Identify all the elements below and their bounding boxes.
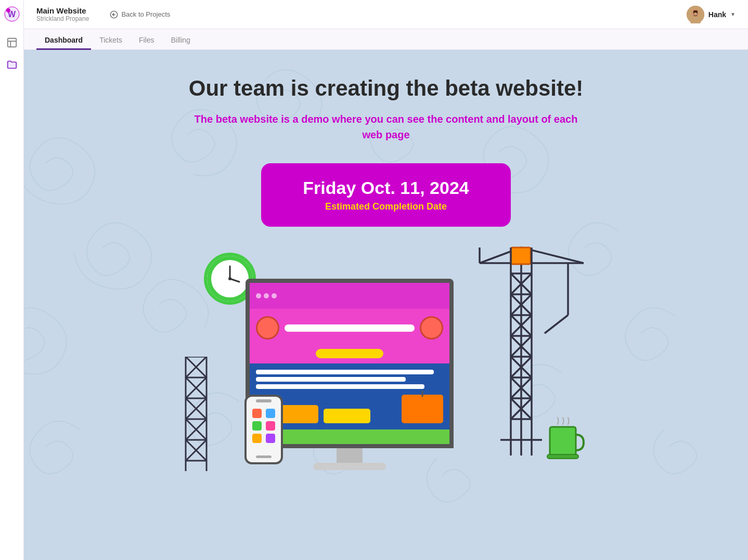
svg-line-76	[545, 315, 568, 333]
svg-rect-10	[697, 14, 698, 15]
svg-rect-37	[252, 409, 262, 418]
date-card: Friday Oct. 11, 2024 Estimated Completio…	[261, 163, 510, 227]
svg-rect-36	[256, 399, 272, 402]
svg-rect-9	[693, 14, 694, 15]
svg-rect-42	[266, 434, 275, 443]
coffee-mug-illustration	[545, 416, 586, 463]
svg-rect-41	[252, 434, 262, 443]
illustration	[152, 253, 620, 471]
tabs-bar: Dashboard Tickets Files Billing	[24, 29, 748, 50]
svg-point-2	[6, 8, 10, 12]
phone-illustration	[243, 393, 285, 466]
date-label: Estimated Completion Date	[303, 201, 469, 212]
sidebar: W	[0, 0, 24, 560]
svg-rect-38	[266, 409, 275, 418]
tab-dashboard[interactable]: Dashboard	[36, 32, 91, 50]
date-text: Friday Oct. 11, 2024	[303, 178, 469, 198]
main-content: Our team is creating the beta website! T…	[24, 50, 748, 560]
svg-rect-39	[252, 421, 262, 431]
project-info: Main Website Strickland Propane	[36, 6, 89, 22]
tower-left-illustration	[180, 357, 222, 471]
folder-icon[interactable]	[6, 58, 18, 71]
back-arrow-icon	[110, 10, 118, 19]
svg-rect-78	[547, 454, 578, 459]
hero-subheading: The beta website is a demo where you can…	[191, 111, 581, 142]
user-menu-chevron: ▼	[730, 11, 736, 17]
header: Main Website Strickland Propane Back to …	[24, 0, 748, 29]
back-to-projects-button[interactable]: Back to Projects	[110, 10, 170, 19]
svg-point-16	[228, 277, 231, 280]
svg-rect-43	[256, 455, 272, 458]
svg-rect-11	[693, 10, 698, 12]
project-title: Main Website	[36, 6, 89, 15]
app-logo[interactable]: W	[4, 6, 20, 22]
hero-heading: Our team is creating the beta website!	[189, 76, 584, 101]
svg-rect-50	[511, 248, 531, 264]
tab-files[interactable]: Files	[131, 32, 163, 50]
inbox-icon[interactable]	[6, 36, 18, 49]
tab-tickets[interactable]: Tickets	[91, 32, 131, 50]
svg-rect-40	[266, 421, 275, 431]
project-subtitle: Strickland Propane	[36, 15, 89, 22]
svg-rect-77	[550, 427, 576, 455]
user-menu[interactable]: Hank ▼	[687, 6, 736, 23]
back-label: Back to Projects	[121, 10, 170, 18]
svg-rect-3	[7, 38, 16, 47]
avatar	[687, 6, 704, 23]
hero-content: Our team is creating the beta website! T…	[24, 50, 748, 471]
user-name: Hank	[708, 10, 726, 19]
svg-rect-35	[246, 396, 282, 463]
tab-billing[interactable]: Billing	[163, 32, 199, 50]
